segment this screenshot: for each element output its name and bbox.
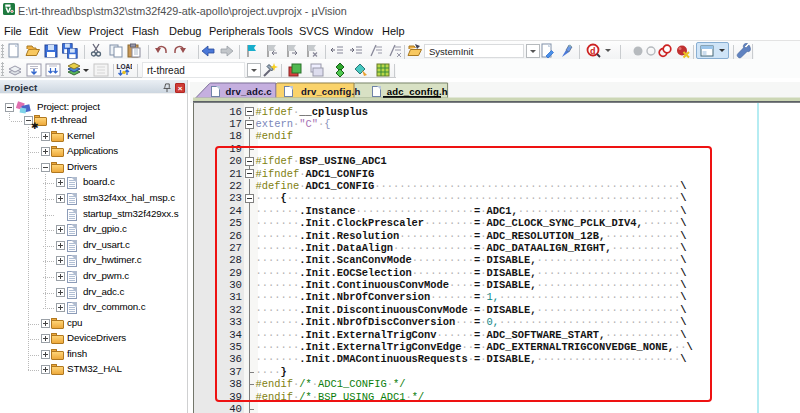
svg-text:d: d [590, 46, 596, 56]
svg-text:LOAD: LOAD [117, 62, 133, 69]
